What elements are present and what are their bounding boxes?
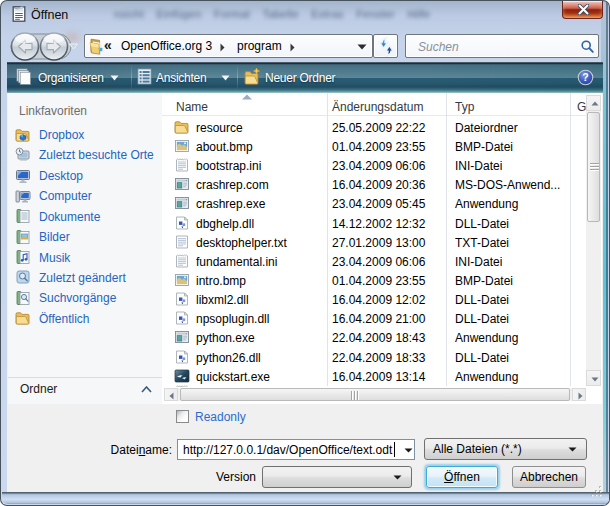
svg-text:?: ? xyxy=(582,71,588,83)
